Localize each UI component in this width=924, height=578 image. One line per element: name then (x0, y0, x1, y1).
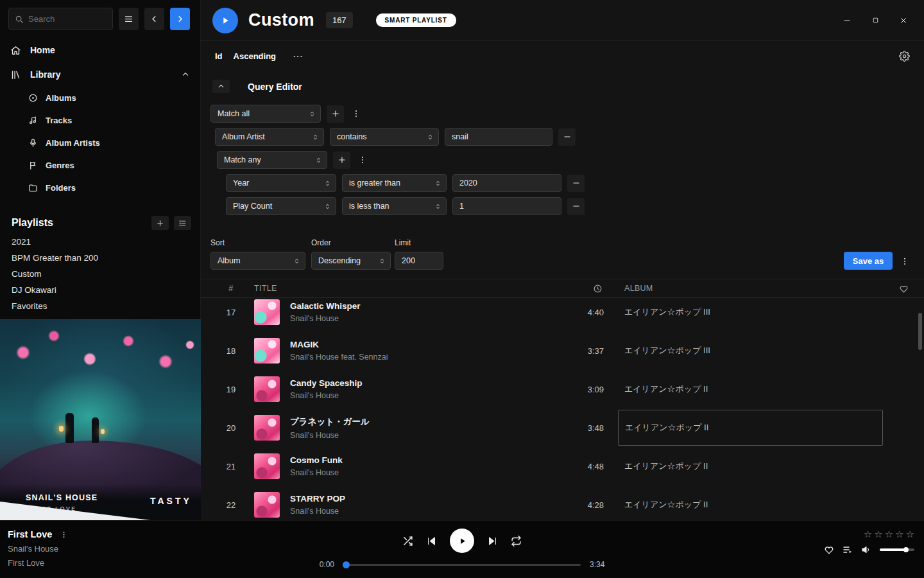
queue-button[interactable] (843, 545, 853, 555)
save-as-button[interactable]: Save as (844, 252, 893, 270)
settings-button[interactable] (899, 51, 910, 62)
nav-forward-button[interactable] (170, 8, 190, 30)
now-playing-menu-button[interactable] (60, 530, 68, 539)
track-album[interactable]: エイリアン☆ポップ III (604, 345, 883, 356)
nav-back-button[interactable] (144, 8, 164, 30)
sort-field-button[interactable]: Id (215, 51, 223, 61)
flag-icon (28, 161, 38, 170)
now-playing-artwork[interactable]: SNAIL'S HOUSE FIRST LOVE TASTY (0, 319, 201, 520)
previous-track-button[interactable] (426, 536, 437, 547)
star-icon[interactable]: ☆ (864, 529, 872, 539)
remove-rule-button[interactable] (567, 175, 585, 192)
rule-value-input[interactable] (445, 128, 552, 146)
sidebar-toolbar (0, 0, 200, 38)
music-note-icon (28, 116, 38, 125)
chevron-up-icon[interactable] (181, 70, 190, 79)
add-rule-button[interactable] (327, 105, 344, 123)
next-track-button[interactable] (487, 536, 498, 547)
column-header-title[interactable]: TITLE (244, 284, 559, 293)
playlist-options-button[interactable] (898, 252, 911, 270)
collapse-query-editor-button[interactable] (212, 80, 230, 93)
volume-icon[interactable] (861, 545, 871, 555)
column-header-duration[interactable] (559, 284, 604, 293)
column-header-favorite[interactable] (883, 284, 924, 293)
star-icon[interactable]: ☆ (885, 529, 893, 539)
limit-input[interactable] (395, 252, 443, 270)
seek-knob[interactable] (343, 561, 350, 568)
rule-field-select[interactable]: Play Count (226, 197, 336, 215)
play-pause-button[interactable] (450, 529, 474, 553)
rule-field-select[interactable]: Year (226, 174, 336, 192)
volume-slider[interactable] (880, 548, 914, 551)
star-icon[interactable]: ☆ (895, 529, 903, 539)
playlist-list-button[interactable] (174, 216, 191, 230)
maximize-button[interactable] (866, 12, 884, 30)
column-header-number[interactable]: # (218, 284, 244, 293)
table-row[interactable]: 19 Candy Spaceship Snail's House 3:09 エイ… (201, 370, 924, 408)
remove-rule-button[interactable] (567, 198, 585, 215)
select-value: is greater than (349, 179, 434, 188)
group-match-type-select[interactable]: Match any (217, 151, 327, 169)
playlist-item[interactable]: 2021 (0, 234, 200, 250)
order-select[interactable]: Descending (311, 252, 391, 270)
sidebar-item-folders[interactable]: Folders (0, 177, 200, 199)
shuffle-button[interactable] (402, 536, 413, 547)
sort-order-button[interactable]: Ascending (234, 51, 276, 61)
column-header-album[interactable]: ALBUM (604, 284, 883, 293)
sidebar-item-genres[interactable]: Genres (0, 154, 200, 177)
sidebar-item-library[interactable]: Library (0, 62, 200, 87)
search-box[interactable] (8, 8, 113, 30)
seek-slider[interactable] (343, 564, 581, 566)
table-row[interactable]: 17 Galactic Whisper Snail's House 4:40 エ… (201, 298, 924, 331)
track-duration: 3:37 (559, 346, 604, 356)
sidebar-item-tracks[interactable]: Tracks (0, 109, 200, 132)
rule-field-select[interactable]: Album Artist (215, 128, 324, 146)
track-album[interactable]: エイリアン☆ポップ II (604, 499, 883, 511)
now-playing-artist[interactable]: Snail's House (8, 544, 68, 554)
add-rule-button[interactable] (333, 152, 350, 169)
rule-group-menu-button[interactable] (356, 152, 369, 169)
page-title: Custom (248, 10, 314, 30)
sort-select[interactable]: Album (210, 252, 305, 270)
sidebar-item-albums[interactable]: Albums (0, 87, 200, 109)
rule-value-input[interactable] (452, 174, 561, 192)
star-icon[interactable]: ☆ (874, 529, 882, 539)
rule-value-input[interactable] (452, 197, 561, 215)
add-playlist-button[interactable] (151, 216, 169, 230)
rule-operator-select[interactable]: is greater than (342, 174, 447, 192)
heart-icon (824, 545, 834, 555)
playlist-item[interactable]: BPM Greater than 200 (0, 250, 200, 266)
minimize-button[interactable] (838, 12, 856, 30)
close-button[interactable] (894, 12, 912, 30)
rule-group-menu-button[interactable] (350, 105, 363, 123)
rule-operator-select[interactable]: contains (330, 128, 439, 146)
table-row[interactable]: 18 MAGIK Snail's House feat. Sennzai 3:3… (201, 331, 924, 370)
sidebar-item-album-artists[interactable]: Album Artists (0, 132, 200, 154)
playlist-item[interactable]: DJ Okawari (0, 282, 200, 298)
play-playlist-button[interactable] (212, 8, 238, 33)
remove-rule-button[interactable] (558, 128, 576, 146)
menu-button[interactable] (119, 8, 139, 30)
track-album[interactable]: エイリアン☆ポップ II (604, 383, 883, 395)
match-type-select[interactable]: Match all (210, 105, 321, 123)
table-row[interactable]: 22 STARRY POP Snail's House 4:28 エイリアン☆ポ… (201, 486, 924, 524)
rule-operator-select[interactable]: is less than (342, 197, 447, 215)
more-options-button[interactable]: ··· (293, 51, 304, 61)
playlist-item[interactable]: Custom (0, 266, 200, 282)
favorite-button[interactable] (824, 545, 834, 555)
playlist-item[interactable]: Favorites (0, 298, 200, 314)
volume-knob[interactable] (903, 547, 909, 552)
track-album-focused-cell[interactable]: エイリアン☆ポップ II (618, 410, 883, 446)
star-icon[interactable]: ☆ (906, 529, 914, 539)
table-row[interactable]: 20 プラネット・ガール Snail's House 3:48 エイリアン☆ポッ… (201, 408, 924, 447)
table-row[interactable]: 21 Cosmo Funk Snail's House 4:48 エイリアン☆ポ… (201, 447, 924, 486)
play-icon (458, 536, 467, 546)
track-album[interactable]: エイリアン☆ポップ II (604, 460, 883, 472)
search-input[interactable] (28, 14, 99, 24)
album-thumbnail (254, 415, 280, 441)
repeat-button[interactable] (511, 536, 522, 547)
sidebar-item-home[interactable]: Home (0, 38, 200, 62)
now-playing-album[interactable]: First Love (8, 558, 68, 568)
scrollbar-thumb[interactable] (918, 313, 922, 350)
track-album[interactable]: エイリアン☆ポップ III (604, 306, 883, 318)
